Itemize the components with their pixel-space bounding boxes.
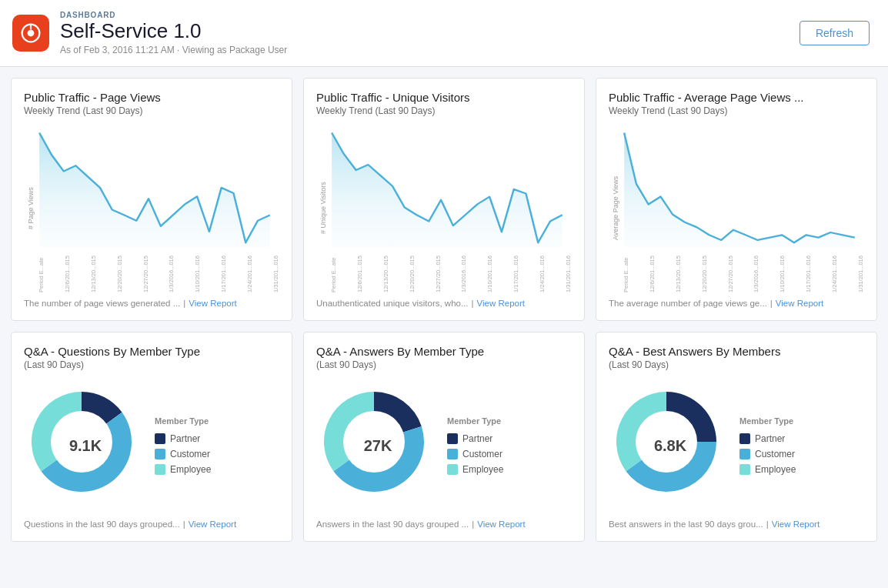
card-description: The average number of page views ge... (609, 299, 767, 308)
legend-swatch (739, 433, 750, 444)
legend-item: Partner (739, 433, 796, 444)
svg-marker-3 (39, 133, 270, 248)
separator: | (766, 520, 769, 529)
legend-swatch (447, 464, 458, 475)
y-axis-label: Average Page Views (609, 124, 619, 292)
legend-title: Member Type (739, 416, 796, 426)
x-label: 1/31/201...016 (272, 250, 279, 292)
x-label: 1/3/2016...016 (168, 250, 175, 292)
legend-label: Employee (170, 464, 211, 475)
donut-wrapper: 6.8K (609, 384, 732, 507)
legend-label: Partner (755, 433, 785, 444)
legend-item: Employee (155, 464, 211, 475)
dashboard-grid: Public Traffic - Page Views Weekly Trend… (0, 67, 888, 553)
x-label: 12/6/201...015 (356, 250, 363, 292)
legend-label: Customer (462, 449, 502, 459)
separator: | (183, 299, 185, 308)
chart-area: Average Page Views Period E...ate12/6/20… (609, 124, 864, 292)
donut-center-value: 27K (364, 437, 392, 455)
x-label: 1/3/2016...016 (460, 250, 467, 292)
legend-item: Partner (155, 433, 211, 444)
card-unique-visitors: Public Traffic - Unique Visitors Weekly … (303, 78, 585, 321)
view-report-link[interactable]: View Report (189, 299, 236, 308)
card-description: Questions in the last 90 days grouped... (24, 520, 180, 529)
separator: | (770, 299, 773, 308)
card-footer: The number of page views generated ... |… (24, 292, 279, 308)
legend-swatch (155, 433, 165, 444)
legend-item: Customer (155, 449, 211, 459)
view-report-link[interactable]: View Report (189, 520, 236, 529)
svg-point-1 (28, 30, 35, 37)
x-label: 1/24/201...016 (246, 250, 253, 292)
legend-item: Customer (739, 449, 796, 459)
x-label: 12/27/20...015 (435, 250, 442, 292)
card-subtitle: (Last 90 Days) (609, 359, 864, 370)
view-report-link[interactable]: View Report (776, 299, 823, 308)
legend-swatch (447, 449, 458, 459)
donut-legend: Member Type Partner Customer Employee (155, 416, 211, 475)
donut-center-value: 6.8K (654, 437, 686, 455)
dashboard-label: DASHBOARD (60, 11, 870, 19)
separator: | (472, 520, 474, 529)
donut-center-value: 9.1K (69, 437, 102, 455)
x-axis-labels: Period E...ate12/6/201...01512/13/20...0… (327, 250, 572, 292)
x-label: 12/20/20...015 (409, 250, 416, 292)
card-footer: The average number of page views ge... |… (609, 292, 864, 308)
legend-label: Employee (462, 464, 503, 475)
svg-marker-5 (624, 133, 855, 248)
legend-label: Partner (462, 433, 492, 444)
line-chart-svg (327, 124, 572, 247)
x-label: 12/27/20...015 (142, 250, 149, 292)
legend-title: Member Type (155, 416, 211, 426)
legend-label: Customer (755, 449, 795, 459)
donut-legend: Member Type Partner Customer Employee (447, 416, 503, 475)
x-label: Period E...ate (38, 250, 45, 292)
card-footer: Questions in the last 90 days grouped...… (24, 513, 279, 529)
x-label: 1/10/201...016 (194, 250, 201, 292)
card-avg-page-views: Public Traffic - Average Page Views ... … (596, 78, 877, 321)
refresh-button[interactable]: Refresh (800, 21, 870, 45)
app-logo (12, 15, 49, 52)
card-title: Public Traffic - Unique Visitors (316, 91, 572, 104)
legend-label: Partner (170, 433, 200, 444)
x-label: 12/13/20...015 (90, 250, 97, 292)
card-title: Public Traffic - Page Views (24, 91, 279, 104)
y-axis-label: # Unique Visitors (316, 124, 327, 292)
card-title: Q&A - Answers By Member Type (316, 345, 572, 358)
card-qa-best-answers: Q&A - Best Answers By Members (Last 90 D… (596, 332, 877, 542)
x-label: 12/13/20...015 (675, 250, 682, 292)
view-report-link[interactable]: View Report (772, 520, 820, 529)
card-title: Q&A - Questions By Member Type (24, 345, 279, 358)
x-label: 12/20/20...015 (116, 250, 123, 292)
card-subtitle: Weekly Trend (Last 90 Days) (24, 105, 279, 116)
dashboard-title: Self-Service 1.0 (60, 19, 870, 43)
view-report-link[interactable]: View Report (477, 520, 525, 529)
card-footer: Best answers in the last 90 days grou...… (609, 513, 864, 529)
chart-area: # Unique Visitors Period E...ate12/6/201… (316, 124, 572, 292)
line-chart-svg (619, 124, 864, 247)
card-subtitle: (Last 90 Days) (24, 359, 279, 370)
card-subtitle: (Last 90 Days) (316, 359, 572, 370)
legend-item: Partner (447, 433, 503, 444)
x-label: Period E...ate (330, 250, 337, 292)
x-label: 1/17/201...016 (805, 250, 812, 292)
x-label: 12/27/20...015 (727, 250, 734, 292)
card-footer: Unauthenticated unique visitors, who... … (316, 292, 572, 308)
card-description: Best answers in the last 90 days grou... (609, 520, 763, 529)
chart-container: Period E...ate12/6/201...01512/13/20...0… (35, 124, 279, 292)
x-label: 1/3/2016...016 (753, 250, 759, 292)
card-title: Public Traffic - Average Page Views ... (609, 91, 864, 104)
x-label: 1/31/201...016 (857, 250, 864, 292)
legend-item: Customer (447, 449, 503, 459)
chart-container: Period E...ate12/6/201...01512/13/20...0… (327, 124, 572, 292)
view-report-link[interactable]: View Report (477, 299, 525, 308)
card-description: Unauthenticated unique visitors, who... (316, 299, 469, 308)
separator: | (472, 299, 474, 308)
x-label: 12/6/201...015 (64, 250, 71, 292)
legend-item: Employee (739, 464, 796, 475)
card-title: Q&A - Best Answers By Members (609, 345, 864, 358)
legend-swatch (155, 464, 165, 475)
x-label: 1/10/201...016 (779, 250, 786, 292)
donut-wrapper: 27K (316, 384, 439, 507)
dashboard-subtitle: As of Feb 3, 2016 11:21 AM · Viewing as … (60, 45, 870, 55)
